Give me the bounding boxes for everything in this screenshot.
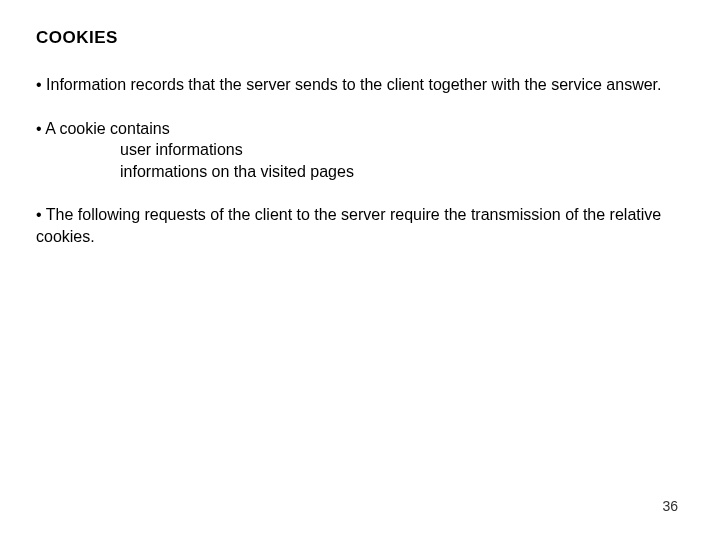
bullet-text: The following requests of the client to …	[36, 206, 661, 245]
paragraph-1: Information records that the server send…	[36, 74, 684, 96]
paragraph-2: A cookie contains user informations info…	[36, 118, 684, 183]
paragraph-3: The following requests of the client to …	[36, 204, 684, 247]
slide: COOKIES Information records that the ser…	[0, 0, 720, 540]
page-number: 36	[662, 498, 678, 514]
bullet-text: A cookie contains	[36, 120, 170, 137]
sub-item: user informations	[36, 139, 684, 161]
slide-title: COOKIES	[36, 28, 684, 48]
bullet-text: Information records that the server send…	[36, 76, 661, 93]
sub-item: informations on tha visited pages	[36, 161, 684, 183]
